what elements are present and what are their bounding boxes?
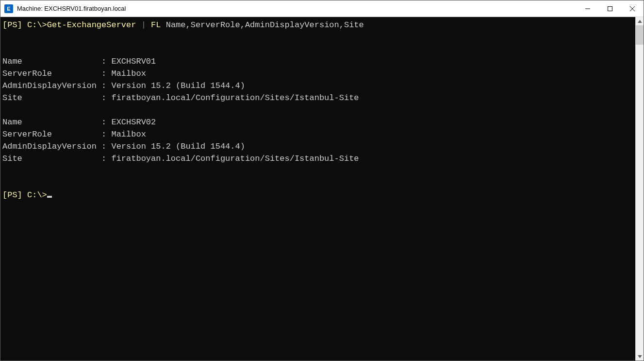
cursor [47,196,52,198]
field-separator: : [97,118,112,127]
field-value: EXCHSRV02 [111,118,156,127]
command-args: Name,ServerRole,AdminDisplayVersion,Site [166,20,364,30]
field-separator: : [97,69,112,78]
command-format: FL [151,20,161,30]
minimize-icon [585,6,590,11]
field-label: AdminDisplayVersion [2,81,97,90]
args-space [161,20,165,30]
field-separator: : [97,81,112,90]
chevron-up-icon [638,20,642,23]
close-button[interactable] [621,0,644,17]
svg-marker-5 [638,355,642,358]
maximize-icon [608,6,612,11]
console-area: [PS] C:\>Get-ExchangeServer | FL Name,Se… [0,17,644,361]
scrollbar-thumb[interactable] [636,25,644,45]
field-value: Mailbox [111,130,146,139]
prompt-prefix: [PS] C:\> [2,190,47,200]
field-separator: : [97,154,112,163]
field-label: ServerRole [2,130,97,139]
field-label: Site [2,93,97,103]
console-output[interactable]: [PS] C:\>Get-ExchangeServer | FL Name,Se… [0,17,635,361]
field-label: Site [2,154,97,163]
minimize-button[interactable] [577,0,599,17]
svg-rect-1 [608,6,612,11]
field-label: AdminDisplayVersion [2,142,97,151]
command-cmdlet: Get-ExchangeServer [47,20,136,30]
window-controls [577,0,644,17]
field-value: Version 15.2 (Build 1544.4) [111,81,245,90]
field-label: ServerRole [2,69,97,78]
field-value: Version 15.2 (Build 1544.4) [111,142,245,151]
field-value: firatboyan.local/Configuration/Sites/Ist… [111,93,359,103]
exchange-icon-letter: E [7,6,10,12]
chevron-down-icon [638,355,642,358]
pipe-symbol: | [136,20,151,30]
scrollbar-track[interactable] [636,25,644,352]
app-window: E Machine: EXCHSRV01.firatboyan.local [P… [0,0,644,361]
field-separator: : [97,142,112,151]
field-label: Name [2,118,97,127]
svg-marker-4 [638,20,642,23]
maximize-button[interactable] [599,0,621,17]
vertical-scrollbar[interactable] [635,17,644,361]
close-icon [630,6,635,11]
field-value: EXCHSRV01 [111,57,156,66]
exchange-icon: E [4,4,13,13]
field-separator: : [97,93,112,103]
prompt-prefix: [PS] C:\> [2,20,47,30]
field-separator: : [97,57,112,66]
field-value: firatboyan.local/Configuration/Sites/Ist… [111,154,359,163]
scroll-up-button[interactable] [636,17,644,25]
scroll-down-button[interactable] [636,352,644,361]
field-separator: : [97,130,112,139]
field-label: Name [2,57,97,66]
window-title: Machine: EXCHSRV01.firatboyan.local [17,5,126,12]
titlebar[interactable]: E Machine: EXCHSRV01.firatboyan.local [0,0,644,17]
field-value: Mailbox [111,69,146,78]
